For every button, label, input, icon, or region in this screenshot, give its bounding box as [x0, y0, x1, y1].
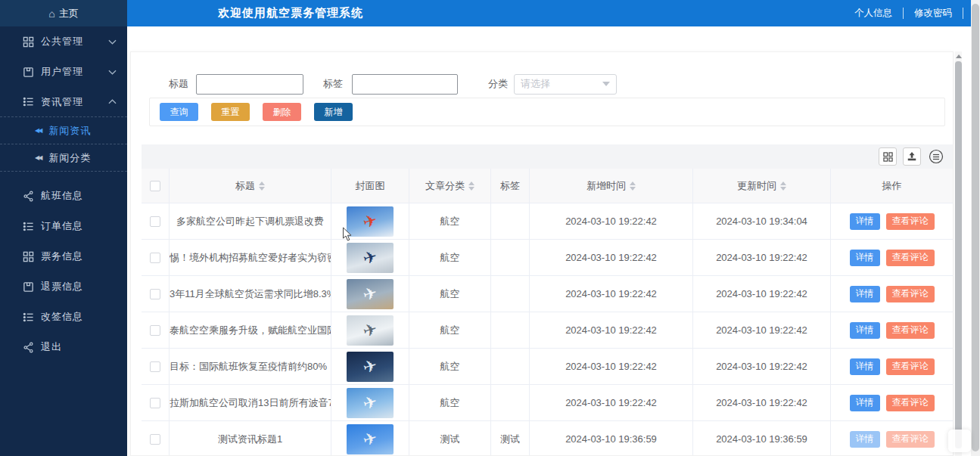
chevron-down-icon	[108, 70, 117, 75]
table-toolbar	[142, 144, 953, 169]
table-row: 泰航空空乘服务升级，赋能航空业国际服务发 ✈ 航空 2024-03-10 19:…	[142, 312, 953, 349]
cover-image[interactable]: ✈	[347, 243, 394, 273]
sidebar-home-label: 主页	[59, 7, 79, 20]
detail-button[interactable]: 详情	[850, 322, 880, 339]
cover-image[interactable]: ✈	[347, 424, 394, 454]
view-comments-button[interactable]: 查看评论	[886, 322, 935, 339]
share-icon	[23, 191, 34, 202]
row-updated-time: 2024-03-10 19:22:42	[693, 349, 831, 385]
detail-button[interactable]: 详情	[850, 286, 880, 302]
cover-image[interactable]: ✈	[347, 279, 394, 309]
column-header-title[interactable]: 标题	[170, 169, 331, 203]
column-header-updated[interactable]: 更新时间	[693, 169, 831, 203]
row-checkbox[interactable]	[150, 361, 160, 372]
row-title: 惕！境外机构招募航空爱好者实为窃密，细节曝	[170, 240, 331, 276]
detail-button[interactable]: 详情	[850, 213, 880, 230]
content-scrollbar-thumb[interactable]	[955, 61, 962, 448]
view-comments-button[interactable]: 查看评论	[886, 431, 935, 448]
sidebar-item-rebooking-info[interactable]: 改签信息	[0, 302, 127, 332]
title-filter-input[interactable]	[196, 74, 303, 95]
window-scrollbar[interactable]	[971, 0, 980, 456]
sidebar-item-label: 公共管理	[41, 35, 108, 48]
row-checkbox[interactable]	[150, 253, 160, 263]
row-tag: 测试	[491, 421, 530, 456]
sidebar-item-ticket-info[interactable]: 票务信息	[0, 241, 127, 271]
table-row: 目标：国际航班恢复至疫情前约80%，推动C9 ✈ 航空 2024-03-10 1…	[142, 349, 953, 385]
select-all-checkbox[interactable]	[150, 181, 160, 191]
sidebar-item-label: 资讯管理	[41, 95, 108, 109]
row-tag	[491, 240, 530, 276]
view-comments-button[interactable]: 查看评论	[886, 286, 935, 302]
detail-button[interactable]: 详情	[850, 431, 880, 448]
row-checkbox[interactable]	[150, 216, 160, 227]
detail-button[interactable]: 详情	[850, 250, 880, 266]
detail-button[interactable]: 详情	[850, 395, 880, 411]
chevron-up-icon	[108, 99, 117, 104]
cover-image[interactable]: ✈	[347, 352, 394, 382]
scroll-up-arrow-icon[interactable]	[955, 53, 962, 60]
sort-caret-icon[interactable]	[259, 181, 265, 191]
table-row: 多家航空公司昨起下调机票退改费 ✈ 航空 2024-03-10 19:22:42…	[142, 203, 953, 240]
sidebar-item-public-management[interactable]: 公共管理	[0, 26, 127, 57]
row-category: 航空	[409, 203, 491, 240]
profile-link[interactable]: 个人信息	[844, 7, 903, 20]
cover-image[interactable]: ✈	[347, 388, 394, 418]
sidebar-item-label: 票务信息	[41, 250, 117, 263]
view-comments-button[interactable]: 查看评论	[886, 250, 935, 266]
sidebar-item-news-category[interactable]: ◀◀ 新闻分类	[0, 144, 127, 172]
sidebar-item-refund-info[interactable]: 退票信息	[0, 271, 127, 302]
search-button[interactable]: 查询	[160, 103, 198, 121]
table-row: 惕！境外机构招募航空爱好者实为窃密，细节曝 ✈ 航空 2024-03-10 19…	[142, 240, 953, 276]
row-category: 航空	[409, 240, 491, 276]
sort-caret-icon[interactable]	[468, 181, 474, 191]
row-category: 航空	[409, 276, 491, 312]
delete-button[interactable]: 删除	[263, 103, 301, 121]
sidebar-item-news-management[interactable]: 资讯管理	[0, 87, 127, 117]
column-header-cover: 封面图	[331, 169, 409, 203]
detail-button[interactable]: 详情	[850, 358, 880, 375]
row-tag	[491, 276, 530, 312]
sort-caret-icon[interactable]	[780, 181, 786, 191]
row-checkbox[interactable]	[150, 398, 160, 408]
columns-toggle-button[interactable]	[879, 147, 897, 166]
row-tag	[491, 349, 530, 385]
change-password-link[interactable]: 修改密码	[904, 7, 963, 20]
export-button[interactable]	[903, 147, 921, 166]
sidebar-item-order-info[interactable]: 订单信息	[0, 211, 127, 241]
window-scrollbar-thumb[interactable]	[972, 4, 979, 451]
header-divider	[963, 8, 963, 19]
add-button[interactable]: 新增	[314, 103, 353, 121]
column-header-tag: 标签	[491, 169, 530, 203]
column-header-created[interactable]: 新增时间	[530, 169, 693, 203]
sidebar-item-home[interactable]: ⌂ 主页	[0, 0, 127, 26]
row-checkbox[interactable]	[150, 289, 160, 299]
row-updated-time: 2024-03-10 19:34:04	[693, 203, 831, 240]
sidebar-item-flight-info[interactable]: 航班信息	[0, 181, 127, 211]
row-updated-time: 2024-03-10 19:22:42	[693, 385, 831, 421]
sidebar-item-user-management[interactable]: 用户管理	[0, 57, 127, 87]
tag-filter-input[interactable]	[352, 74, 458, 95]
view-comments-button[interactable]: 查看评论	[886, 358, 935, 375]
sidebar-item-logout[interactable]: 退出	[0, 332, 127, 362]
row-created-time: 2024-03-10 19:36:59	[530, 421, 693, 456]
print-button[interactable]	[927, 147, 945, 166]
sort-caret-icon[interactable]	[630, 181, 636, 191]
view-comments-button[interactable]: 查看评论	[886, 213, 935, 230]
grid-icon	[23, 251, 34, 262]
plane-glyph-icon: ✈	[361, 356, 379, 376]
sidebar-item-label: 退出	[41, 340, 117, 354]
category-select[interactable]: 请选择	[514, 74, 617, 95]
column-header-category[interactable]: 文章分类	[409, 169, 491, 203]
row-checkbox[interactable]	[150, 325, 160, 336]
sidebar: ⌂ 主页 公共管理 用户管理 资讯管理 ◀◀ 新闻资讯 ◀◀ 新闻分类	[0, 0, 127, 456]
sidebar-item-news-info[interactable]: ◀◀ 新闻资讯	[0, 117, 127, 144]
content-scrollbar[interactable]	[955, 51, 962, 456]
view-comments-button[interactable]: 查看评论	[886, 395, 935, 411]
cover-image[interactable]: ✈	[347, 206, 394, 237]
cover-image[interactable]: ✈	[347, 315, 394, 346]
list-icon	[23, 221, 34, 232]
row-tag	[491, 312, 530, 349]
scrollbar-fade-overlay	[948, 430, 971, 452]
reset-button[interactable]: 重置	[211, 103, 250, 121]
row-checkbox[interactable]	[150, 434, 160, 445]
